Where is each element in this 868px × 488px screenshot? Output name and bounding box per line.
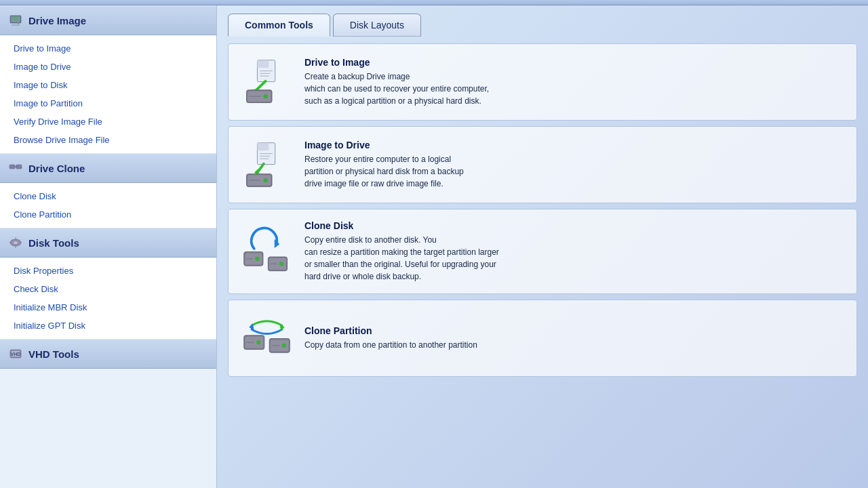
svg-point-36	[279, 262, 283, 266]
tool-desc-image-to-drive: Restore your entire computer to a logica…	[304, 153, 846, 190]
tab-common-tools[interactable]: Common Tools	[228, 14, 330, 37]
svg-point-41	[256, 340, 260, 344]
section-label-vhd-tools: VHD Tools	[28, 348, 79, 360]
tool-title-clone-disk: Clone Disk	[304, 220, 846, 231]
tool-title-drive-to-image: Drive to Image	[304, 57, 846, 68]
section-label-drive-clone: Drive Clone	[28, 163, 85, 174]
tab-disk-layouts[interactable]: Disk Layouts	[333, 14, 421, 37]
section-icon-disk-tools	[8, 235, 23, 250]
svg-rect-21	[257, 142, 269, 150]
tool-card-image-to-drive[interactable]: Image to DriveRestore your entire comput…	[228, 126, 857, 203]
svg-rect-11	[257, 60, 269, 67]
sidebar-scroll[interactable]: Drive ImageDrive to ImageImage to DriveI…	[0, 5, 216, 488]
svg-point-45	[282, 344, 286, 348]
sidebar-item-initialize-gpt-disk[interactable]: Initialize GPT Disk	[0, 317, 216, 335]
svg-point-6	[14, 241, 18, 244]
tool-card-drive-to-image[interactable]: Drive to ImageCreate a backup Drive imag…	[228, 43, 857, 121]
tool-text-drive-to-image: Drive to ImageCreate a backup Drive imag…	[304, 57, 846, 107]
main-container: Drive ImageDrive to ImageImage to DriveI…	[0, 5, 868, 488]
tool-title-image-to-drive: Image to Drive	[304, 140, 846, 150]
svg-text:VHD: VHD	[11, 352, 21, 357]
tool-icon-clone-partition	[239, 311, 294, 365]
tool-desc-clone-partition: Copy data from one partition to another …	[304, 339, 846, 351]
section-header-disk-tools[interactable]: Disk Tools	[0, 228, 216, 258]
section-label-drive-image: Drive Image	[28, 15, 86, 26]
tool-text-clone-disk: Clone DiskCopy entire disk to another di…	[304, 220, 846, 283]
sidebar-item-drive-to-image[interactable]: Drive to Image	[0, 39, 216, 58]
tool-text-image-to-drive: Image to DriveRestore your entire comput…	[304, 140, 846, 190]
sidebar-item-check-disk[interactable]: Check Disk	[0, 280, 216, 298]
section-label-disk-tools: Disk Tools	[28, 237, 79, 249]
section-icon-vhd-tools: VHD	[8, 346, 23, 361]
sidebar-item-browse-drive-image-file[interactable]: Browse Drive Image File	[0, 131, 216, 149]
sidebar: Drive ImageDrive to ImageImage to DriveI…	[0, 5, 217, 488]
tabs-bar: Common Tools Disk Layouts	[217, 5, 868, 37]
section-header-vhd-tools[interactable]: VHDVHD Tools	[0, 339, 216, 369]
content-area: Common Tools Disk Layouts Drive to Image…	[217, 5, 868, 488]
sidebar-item-image-to-disk[interactable]: Image to Disk	[0, 76, 216, 94]
section-items-drive-clone: Clone DiskClone Partition	[0, 183, 216, 228]
section-icon-drive-clone	[8, 161, 23, 176]
sidebar-item-clone-partition[interactable]: Clone Partition	[0, 205, 216, 224]
svg-point-32	[255, 257, 259, 261]
tool-title-clone-partition: Clone Partition	[304, 325, 846, 336]
sidebar-item-clone-disk[interactable]: Clone Disk	[0, 187, 216, 205]
svg-point-28	[263, 178, 267, 182]
tool-card-clone-disk[interactable]: Clone DiskCopy entire disk to another di…	[228, 209, 857, 294]
section-items-drive-image: Drive to ImageImage to DriveImage to Dis…	[0, 35, 216, 153]
tool-icon-clone-disk	[239, 224, 294, 279]
sidebar-item-verify-drive-image-file[interactable]: Verify Drive Image File	[0, 113, 216, 131]
content-scroll[interactable]: Drive to ImageCreate a backup Drive imag…	[217, 37, 868, 488]
svg-point-2	[18, 22, 20, 24]
tool-text-clone-partition: Clone PartitionCopy data from one partit…	[304, 325, 846, 351]
section-header-drive-image[interactable]: Drive Image	[0, 5, 216, 35]
svg-point-18	[263, 94, 267, 98]
sidebar-item-initialize-mbr-disk[interactable]: Initialize MBR Disk	[0, 298, 216, 317]
section-icon-drive-image	[8, 13, 23, 28]
tool-icon-drive-to-image	[239, 55, 294, 109]
top-bar	[0, 0, 868, 5]
tool-desc-clone-disk: Copy entire disk to another disk. Youcan…	[304, 234, 846, 283]
tool-card-clone-partition[interactable]: Clone PartitionCopy data from one partit…	[228, 300, 857, 377]
sidebar-item-image-to-drive[interactable]: Image to Drive	[0, 58, 216, 76]
sidebar-item-image-to-partition[interactable]: Image to Partition	[0, 94, 216, 113]
sidebar-item-disk-properties[interactable]: Disk Properties	[0, 262, 216, 280]
tool-icon-image-to-drive	[239, 138, 294, 192]
tool-desc-drive-to-image: Create a backup Drive imagewhich can be …	[304, 70, 846, 107]
svg-rect-3	[9, 165, 15, 169]
section-items-disk-tools: Disk PropertiesCheck DiskInitialize MBR …	[0, 258, 216, 339]
section-header-drive-clone[interactable]: Drive Clone	[0, 153, 216, 183]
